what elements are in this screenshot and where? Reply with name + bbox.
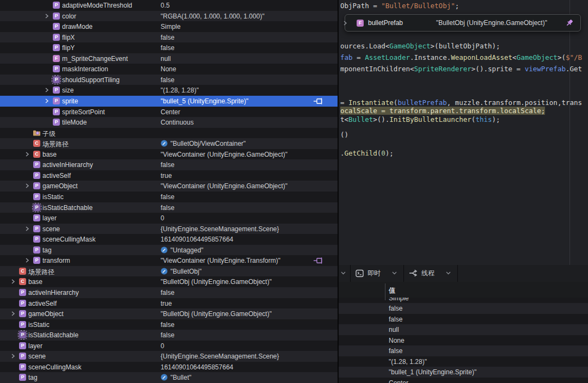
variable-row[interactable]: Psprite"bullet_5 (UnityEngine.Sprite)" xyxy=(0,96,338,107)
variable-value-cell: "Untagged" xyxy=(161,246,204,254)
variable-row[interactable]: PflipYfalse xyxy=(0,42,338,53)
pin-icon[interactable] xyxy=(565,18,574,27)
property-icon: P xyxy=(33,236,40,243)
edit-pencil-icon[interactable] xyxy=(161,374,168,381)
variable-row[interactable]: Ptag"Untagged" xyxy=(0,245,338,256)
expand-chevron-icon[interactable] xyxy=(25,152,29,157)
variable-value-cell: false xyxy=(161,193,174,201)
variable-row[interactable]: Psize"(1.28, 1.28)" xyxy=(0,85,338,96)
expand-chevron-icon[interactable] xyxy=(45,98,49,103)
code-line: ources.Load<GameObject>(bulletObjPath); xyxy=(340,42,500,51)
variable-row[interactable]: Pscene{UnityEngine.SceneManagement.Scene… xyxy=(0,351,338,362)
variable-row[interactable]: PmaskInteractionNone xyxy=(0,64,338,75)
variable-row[interactable]: Player0 xyxy=(0,341,338,351)
variable-name: flipY xyxy=(62,44,75,52)
variable-value: true xyxy=(161,172,172,180)
chevron-down-icon[interactable] xyxy=(341,271,346,275)
variable-row[interactable]: PactiveInHierarchyfalse xyxy=(0,287,338,298)
pin-icon[interactable] xyxy=(314,257,323,264)
chevron-down-icon[interactable] xyxy=(446,271,451,275)
variable-value-cell: 0 xyxy=(161,214,164,222)
chevron-right-icon[interactable] xyxy=(343,21,347,26)
expand-chevron-icon[interactable] xyxy=(45,88,49,92)
value-cell: false xyxy=(389,347,402,355)
variable-row[interactable]: PflipXfalse xyxy=(0,32,338,43)
variable-row[interactable]: PisStaticBatchablefalse xyxy=(0,202,338,213)
variable-name: drawMode xyxy=(62,23,93,30)
expand-chevron-icon[interactable] xyxy=(11,279,15,284)
debugger-value-popup[interactable]: F bulletPrefab "BulletObj (UnityEngine.G… xyxy=(345,14,581,32)
variable-name: shouldSupportTiling xyxy=(62,76,120,84)
expand-chevron-icon[interactable] xyxy=(11,311,15,316)
variable-value: false xyxy=(161,331,174,339)
value-row[interactable]: Center xyxy=(339,378,588,383)
value-cell: None xyxy=(389,337,405,344)
variable-row[interactable]: C场景路径"BulletObj" xyxy=(0,266,338,277)
debug-values-panel[interactable]: 即时线程 SimplefalsefalsenullNonefalse"(1.28… xyxy=(339,265,588,383)
column-separator[interactable] xyxy=(385,283,385,300)
expand-chevron-icon[interactable] xyxy=(11,354,15,359)
variable-name: layer xyxy=(28,342,42,350)
expand-chevron-icon[interactable] xyxy=(25,258,29,263)
variable-row[interactable]: Ptransform"ViewContainer (UnityEngine.Tr… xyxy=(0,255,338,266)
expand-chevron-icon[interactable] xyxy=(45,14,49,18)
variable-row[interactable]: PtileModeContinuous xyxy=(0,117,338,128)
variable-value: false xyxy=(161,34,174,41)
variable-row[interactable]: PisStaticfalse xyxy=(0,192,338,202)
expand-chevron-icon[interactable] xyxy=(25,183,29,188)
variables-tree-panel[interactable]: PadaptiveModeThreshold0.5Pcolor"RGBA(1.0… xyxy=(0,0,338,383)
debug-tab-threads[interactable]: 线程 xyxy=(404,265,457,282)
variable-row[interactable]: 子级 xyxy=(0,128,338,139)
variable-row[interactable]: C场景路径"BulletObj/ViewContainer" xyxy=(0,138,338,149)
variable-row[interactable]: PgameObject"ViewContainer (UnityEngine.G… xyxy=(0,181,338,192)
variable-row[interactable]: PisStaticfalse xyxy=(0,319,338,330)
variable-name: maskInteraction xyxy=(62,65,108,73)
value-row[interactable]: false xyxy=(339,314,588,325)
tab-label: 即时 xyxy=(367,269,381,278)
value-row[interactable]: None xyxy=(339,335,588,346)
edit-pencil-icon[interactable] xyxy=(161,140,168,147)
variable-row[interactable]: PsceneCullingMask16140901064495857664 xyxy=(0,362,338,373)
code-editor[interactable]: ObjPath = "Bullet/BulletObj";ources.Load… xyxy=(339,0,588,265)
property-icon: P xyxy=(33,193,40,200)
debug-tab-immediate[interactable]: 即时 xyxy=(351,265,403,282)
variable-row[interactable]: PspriteSortPointCenter xyxy=(0,107,338,118)
value-row[interactable]: "bullet_1 (UnityEngine.Sprite)" xyxy=(339,367,588,378)
variable-row[interactable]: PactiveSelftrue xyxy=(0,298,338,309)
variable-name: isStatic xyxy=(42,193,64,201)
variable-value-cell: 16140901064495857664 xyxy=(161,363,233,371)
value-row[interactable]: "(1.28, 1.28)" xyxy=(339,356,588,367)
variable-row[interactable]: PsceneCullingMask16140901064495857664 xyxy=(0,234,338,245)
variable-row[interactable]: Ptag"Bullet" xyxy=(0,372,338,383)
value-row[interactable]: false xyxy=(339,345,588,356)
variable-row[interactable]: Player0 xyxy=(0,213,338,224)
variable-row[interactable]: Cbase"BulletObj (UnityEngine.GameObject)… xyxy=(0,276,338,287)
pin-icon[interactable] xyxy=(314,98,323,104)
variable-name: 场景路径 xyxy=(42,140,69,149)
variable-row[interactable]: PadaptiveModeThreshold0.5 xyxy=(0,0,338,11)
ide-debugger-window: PadaptiveModeThreshold0.5Pcolor"RGBA(1.0… xyxy=(0,0,588,383)
edit-pencil-icon[interactable] xyxy=(161,246,168,254)
expand-chevron-icon[interactable] xyxy=(25,226,29,231)
chevron-down-icon[interactable] xyxy=(392,271,397,275)
variable-row[interactable]: Cbase"ViewContainer (UnityEngine.GameObj… xyxy=(0,149,338,160)
variable-row[interactable]: Pscene{UnityEngine.SceneManagement.Scene… xyxy=(0,224,338,234)
property-icon: P xyxy=(53,13,60,20)
variable-value: Simple xyxy=(161,23,181,30)
variable-row[interactable]: PdrawModeSimple xyxy=(0,21,338,32)
variable-row[interactable]: PgameObject"BulletObj (UnityEngine.GameO… xyxy=(0,308,338,319)
property-icon: P xyxy=(33,182,40,189)
value-cell: "(1.28, 1.28)" xyxy=(389,358,427,366)
value-row[interactable]: null xyxy=(339,324,588,335)
variable-value-cell: "BulletObj" xyxy=(161,268,201,275)
variable-row[interactable]: PactiveInHierarchyfalse xyxy=(0,159,338,170)
variable-row[interactable]: PactiveSelftrue xyxy=(0,170,338,181)
variable-name: size xyxy=(62,87,74,94)
value-row[interactable]: false xyxy=(339,303,588,314)
variable-row[interactable]: PisStaticBatchablefalse xyxy=(0,330,338,341)
edit-pencil-icon[interactable] xyxy=(161,268,168,275)
variable-row[interactable]: PshouldSupportTilingfalse xyxy=(0,75,338,85)
variable-row[interactable]: Fm_SpriteChangeEventnull xyxy=(0,53,338,64)
variable-value: 0 xyxy=(161,342,164,350)
variable-row[interactable]: Pcolor"RGBA(1.000, 1.000, 1.000, 1.000)" xyxy=(0,11,338,22)
